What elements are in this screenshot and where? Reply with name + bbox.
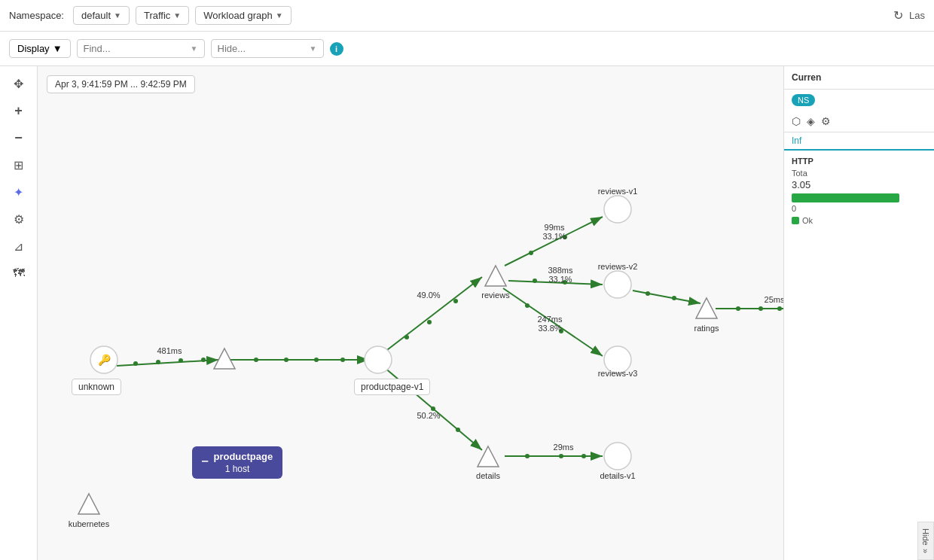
http-section: HTTP Tota 3.05 0 Ok	[784, 151, 934, 231]
svg-point-5	[201, 358, 206, 362]
toolbar-right: ↻ Las	[893, 8, 925, 23]
zoom-in-icon[interactable]: +	[8, 99, 30, 122]
traffic-arrow: ▼	[173, 11, 181, 20]
app-panel-icon[interactable]: ⬡	[792, 115, 801, 127]
edge-label-481ms: 481ms	[157, 346, 182, 355]
namespace-label: Namespace:	[9, 10, 64, 21]
svg-point-11	[427, 320, 432, 324]
svg-point-21	[736, 306, 740, 311]
label-details: details	[476, 471, 500, 480]
svg-point-9	[340, 358, 345, 362]
label-reviews-v3: reviews-v3	[598, 369, 638, 378]
node-reviews-triangle[interactable]	[485, 266, 506, 286]
hide-input[interactable]	[218, 43, 293, 54]
namespace-dropdown[interactable]: default ▼	[73, 6, 130, 25]
legend-ok-label: Ok	[802, 216, 813, 225]
service-panel-icon[interactable]: ◈	[807, 115, 815, 127]
svg-point-7	[284, 358, 288, 362]
label-unknown-box: unknown	[72, 379, 121, 395]
map-icon[interactable]: 🗺	[8, 262, 30, 285]
svg-point-17	[525, 303, 530, 308]
http-title: HTTP	[792, 157, 926, 166]
timestamp-text: Apr 3, 9:41:59 PM ... 9:42:59 PM	[55, 79, 187, 90]
popup-icon: ⎯	[202, 451, 208, 462]
panel-legend: Ok	[792, 216, 926, 225]
namespace-arrow: ▼	[114, 11, 121, 20]
traffic-label: Traffic	[144, 10, 170, 21]
fit-icon[interactable]: ⊞	[8, 154, 30, 176]
label-reviews-v2: reviews-v2	[598, 262, 638, 271]
zoom-out-icon[interactable]: −	[8, 126, 30, 149]
edge-label-99ms: 99ms	[545, 223, 565, 232]
svg-point-12	[453, 299, 458, 303]
topology-icon[interactable]: ⊿	[8, 235, 30, 257]
svg-point-8	[314, 358, 319, 362]
panel-tab-inf[interactable]: Inf	[792, 135, 801, 146]
edge-label-331-v1: 33.1%	[542, 232, 566, 241]
right-panel-header: Curren	[784, 66, 934, 90]
total-label: Tota	[792, 169, 926, 178]
hide-label: Hide	[921, 528, 930, 546]
filter-icon[interactable]: ⚙	[8, 208, 30, 230]
hide-dropdown-arrow: ▼	[310, 44, 317, 53]
node-ratings-triangle[interactable]	[696, 298, 717, 318]
display-dropdown[interactable]: Display ▼	[9, 39, 71, 58]
edge-label-490: 49.0%	[417, 291, 440, 300]
right-panel: Curren NS ⬡ ◈ ⚙ Inf HTTP Tota 3.05 0 Ok …	[783, 66, 934, 560]
edge-label-502: 50.2%	[417, 411, 440, 420]
svg-point-28	[559, 454, 563, 458]
label-productpage-v1-box: productpage-v1	[354, 379, 430, 395]
node-productpage-v1-circle[interactable]	[365, 346, 392, 373]
workload-graph-label: Workload graph	[203, 10, 273, 21]
node-reviews-v2-circle[interactable]	[604, 271, 631, 298]
svg-point-15	[533, 278, 537, 283]
edge-label-247ms: 247ms	[537, 315, 563, 324]
hide-input-wrapper[interactable]: ▼	[211, 39, 324, 58]
svg-point-22	[758, 306, 763, 311]
left-sidebar: ✥ + − ⊞ ✦ ⚙ ⊿ 🗺	[0, 66, 38, 560]
svg-point-10	[404, 335, 409, 339]
workload-graph-dropdown[interactable]: Workload graph ▼	[195, 6, 291, 25]
svg-text:🔑: 🔑	[98, 354, 111, 367]
label-reviews: reviews	[481, 291, 510, 300]
edge-label-25ms: 25ms	[765, 295, 783, 304]
edge-label-331-v2: 33.1%	[548, 275, 572, 284]
productpage-popup[interactable]: ⎯ productpage 1 host	[192, 446, 282, 479]
info-icon[interactable]: i	[330, 42, 343, 56]
find-input[interactable]	[84, 43, 174, 54]
top-toolbar: Namespace: default ▼ Traffic ▼ Workload …	[0, 0, 934, 32]
popup-sub: 1 host	[200, 464, 275, 474]
refresh-icon[interactable]: ↻	[893, 8, 903, 23]
panel-icons: ⬡ ◈ ⚙	[784, 111, 934, 132]
settings-panel-icon[interactable]: ⚙	[821, 115, 831, 127]
svg-point-20	[672, 296, 676, 300]
graph-svg: 🔑 481ms 49.0%	[38, 66, 783, 560]
label-details-v1: details-v1	[600, 471, 635, 480]
timestamp-box: Apr 3, 9:41:59 PM ... 9:42:59 PM	[47, 75, 195, 93]
hide-btn-container: Hide »	[783, 522, 934, 560]
highlight-icon[interactable]: ✦	[8, 181, 30, 203]
node-reviews-v1-circle[interactable]	[604, 196, 631, 223]
node-kubernetes-triangle[interactable]	[78, 494, 99, 514]
svg-point-13	[529, 251, 533, 255]
edge-label-338: 33.8%	[538, 324, 561, 333]
ns-badge[interactable]: NS	[792, 94, 815, 106]
graph-area: Apr 3, 9:41:59 PM ... 9:42:59 PM	[38, 66, 783, 560]
display-label: Display	[17, 43, 50, 54]
node-productpage-triangle[interactable]	[214, 348, 235, 369]
hide-arrow-icon: »	[921, 549, 930, 553]
second-toolbar: Display ▼ ▼ ▼ i	[0, 32, 934, 66]
zero-label: 0	[792, 204, 926, 213]
svg-point-23	[777, 306, 782, 311]
svg-point-2	[133, 361, 138, 366]
node-details-v1-circle[interactable]	[604, 443, 631, 470]
move-icon[interactable]: ✥	[8, 72, 30, 95]
label-kubernetes: kubernetes	[69, 519, 110, 528]
label-ratings: ratings	[694, 324, 719, 333]
http-bar	[792, 193, 899, 202]
hide-button[interactable]: Hide »	[917, 522, 934, 560]
svg-point-27	[525, 454, 530, 458]
find-input-wrapper[interactable]: ▼	[77, 39, 205, 58]
traffic-dropdown[interactable]: Traffic ▼	[136, 6, 189, 25]
info-label: i	[335, 44, 337, 53]
